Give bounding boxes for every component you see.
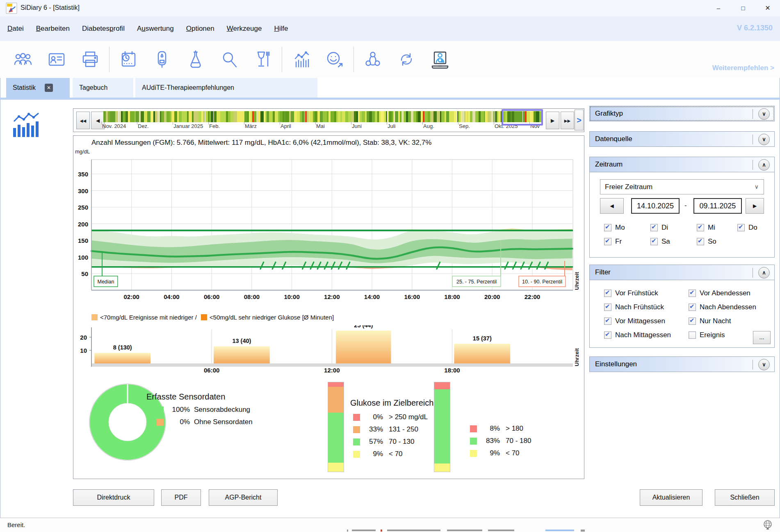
panel-header-zeitraum[interactable]: Zeitraum ∧: [589, 157, 775, 172]
svg-text:Median: Median: [98, 279, 114, 285]
menu-item[interactable]: Diabetesprofil: [82, 25, 125, 33]
filter-checkbox[interactable]: ✔Nach Frühstück: [604, 303, 671, 311]
chevron-down-icon[interactable]: ∨: [758, 134, 770, 145]
weekday-checkbox[interactable]: ✔Di: [650, 224, 697, 232]
direktdruck-button[interactable]: Direktdruck: [73, 489, 154, 506]
sync-icon[interactable]: [396, 49, 417, 70]
search-icon[interactable]: [219, 49, 240, 70]
telemedicine-icon[interactable]: [429, 49, 451, 70]
zeitraum-type-select[interactable]: Freier Zeitraum ∨: [600, 179, 764, 194]
panel-header-filter[interactable]: Filter ∧: [589, 265, 775, 280]
globe-icon[interactable]: [762, 519, 773, 531]
printer-icon[interactable]: [80, 49, 101, 70]
date-prev-button[interactable]: ◀: [600, 198, 624, 214]
legend-item: <70mg/dL Ereignisse mit niedriger /: [91, 314, 197, 321]
calendar-clock-icon[interactable]: [118, 49, 139, 70]
date-next-button[interactable]: ▶: [746, 198, 764, 214]
patients-icon[interactable]: [12, 49, 34, 70]
maximize-button[interactable]: □: [731, 0, 755, 16]
close-button[interactable]: ✕: [755, 0, 780, 16]
menu-item[interactable]: Bearbeiten: [36, 25, 70, 33]
glucose-meter-icon[interactable]: [151, 49, 173, 70]
menu-item[interactable]: Datei: [7, 25, 24, 33]
svg-text:25 (44): 25 (44): [354, 325, 373, 329]
legend-row: 8%> 180: [470, 425, 531, 433]
tir-legend-130: 0%> 250 mg/dL 33%131 - 250 57%70 - 130 9…: [353, 413, 428, 462]
date-from-field[interactable]: 14.10.2025: [631, 198, 680, 214]
panel-header-grafiktyp[interactable]: Grafiktyp ∨: [589, 106, 775, 121]
filter-checkbox[interactable]: ✔Vor Mittagessen: [604, 317, 671, 325]
app-icon: [6, 2, 17, 14]
svg-text:12:00: 12:00: [324, 293, 340, 300]
timeline-expand-button[interactable]: >: [575, 110, 584, 130]
filter-checkbox[interactable]: ✔Nur Nacht: [689, 317, 756, 325]
legend-row: 33%131 - 250: [353, 425, 428, 434]
svg-text:Uhrzeit: Uhrzeit: [574, 348, 580, 366]
checkbox: ✔: [604, 290, 611, 297]
pdf-button[interactable]: PDF: [161, 489, 201, 506]
chevron-down-icon[interactable]: ∨: [758, 359, 770, 370]
filter-more-button[interactable]: ...: [753, 331, 771, 344]
share-icon[interactable]: [362, 49, 383, 70]
meal-icon[interactable]: [252, 49, 274, 70]
chevron-down-icon[interactable]: ∨: [758, 108, 770, 120]
svg-text:22:00: 22:00: [525, 293, 540, 300]
panel-header-einstellungen[interactable]: Einstellungen ∨: [589, 356, 775, 372]
tab-tagebuch[interactable]: Tagebuch: [73, 78, 133, 98]
toolbar-separator: [109, 47, 109, 72]
tab-audite[interactable]: AUdiTE-Therapieempfehlungen: [135, 78, 317, 98]
statistics-icon[interactable]: [290, 49, 312, 70]
checkbox: ✔: [650, 238, 658, 245]
tab-close-icon[interactable]: ✕: [45, 84, 53, 92]
filter-checkboxes-left: ✔Vor Frühstück ✔Nach Frühstück ✔Vor Mitt…: [604, 289, 671, 345]
filter-checkbox[interactable]: ✔Ereignis: [689, 331, 756, 339]
checkbox: ✔: [689, 304, 696, 311]
sensor-legend: 100%Sensorabdeckung 0%Ohne Sensordaten: [157, 406, 253, 430]
timeline-next-button[interactable]: ▶: [546, 112, 559, 129]
legend-row: 0%Ohne Sensordaten: [157, 418, 253, 426]
lab-flask-icon[interactable]: [185, 49, 206, 70]
filter-checkbox[interactable]: ✔Vor Frühstück: [604, 289, 671, 297]
minimize-button[interactable]: –: [706, 0, 731, 16]
profile-card-icon[interactable]: [46, 49, 67, 70]
status-text: Bereit.: [7, 521, 25, 528]
weekday-checkbox[interactable]: ✔So: [697, 237, 737, 246]
weekday-checkbox[interactable]: ✔Do: [737, 224, 757, 232]
menu-item[interactable]: Optionen: [186, 25, 214, 33]
menu-item[interactable]: Hilfe: [274, 25, 288, 33]
weekday-checkbox[interactable]: ✔Sa: [650, 237, 697, 246]
chevron-up-icon[interactable]: ∧: [758, 159, 770, 171]
legend-row: 9%< 70: [470, 449, 531, 457]
filter-checkbox[interactable]: ✔Nach Abendessen: [689, 303, 756, 311]
date-to-field[interactable]: 09.11.2025: [693, 198, 742, 214]
toolbar-separator: [354, 47, 354, 72]
agp-bericht-button[interactable]: AGP-Bericht: [209, 489, 278, 506]
menu-item[interactable]: Werkzeuge: [227, 25, 262, 33]
filter-checkbox[interactable]: ✔Nach Mittagessen: [604, 331, 671, 339]
weekday-checkbox[interactable]: ✔Fr: [604, 237, 650, 246]
time-in-range-bar-180: [434, 382, 450, 472]
wellbeing-icon[interactable]: [324, 49, 345, 70]
checkbox: ✔: [604, 238, 611, 245]
checkbox: ✔: [604, 317, 611, 325]
svg-text:100: 100: [78, 254, 88, 261]
panel-header-datenquelle[interactable]: Datenquelle ∨: [589, 131, 775, 147]
tab-statistik[interactable]: Statistik ✕: [6, 78, 70, 98]
checkbox: ✔: [689, 290, 696, 297]
timeline-month-label: Dez.: [138, 123, 149, 129]
timeline-selection-box[interactable]: [502, 109, 543, 126]
timeline-last-button[interactable]: ▶▶: [561, 112, 574, 129]
weekday-checkbox[interactable]: ✔Mi: [697, 224, 737, 232]
schliessen-button[interactable]: Schließen: [715, 489, 775, 506]
svg-text:08:00: 08:00: [244, 293, 260, 300]
timeline-month-label: April: [281, 123, 291, 129]
chevron-up-icon[interactable]: ∧: [758, 267, 770, 279]
menu-item[interactable]: Auswertung: [137, 25, 174, 33]
recommend-link[interactable]: Weiterempfehlen >: [712, 64, 774, 72]
weekday-checkbox[interactable]: ✔Mo: [604, 224, 650, 232]
aktualisieren-button[interactable]: Aktualisieren: [640, 489, 702, 506]
filter-checkbox[interactable]: ✔Vor Abendessen: [689, 289, 756, 297]
toolbar-separator: [282, 47, 282, 72]
legend-row: 100%Sensorabdeckung: [157, 406, 253, 414]
timeline-month-label: Mai: [316, 123, 325, 129]
